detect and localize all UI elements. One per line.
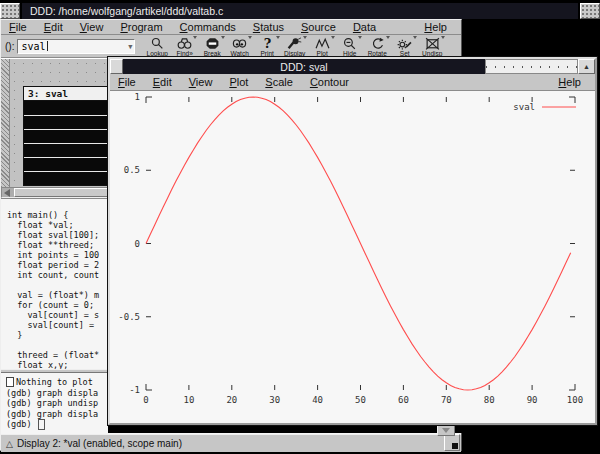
dropdown-triangle-icon bbox=[331, 36, 335, 39]
axis-tick-label: 100 bbox=[567, 395, 583, 405]
menu-item-file[interactable]: File bbox=[9, 21, 27, 33]
tool-button-label: Lookup bbox=[147, 50, 168, 57]
menu-item-program[interactable]: Program bbox=[120, 21, 162, 33]
menu-item-scale[interactable]: Scale bbox=[265, 76, 293, 88]
axis-tick-label: 0 bbox=[143, 395, 148, 405]
tool-button-label: Rotate bbox=[368, 50, 387, 57]
sine-plot: 010203040506070809010010.50-0.5-1sval bbox=[110, 91, 595, 423]
menu-item-data[interactable]: Data bbox=[353, 21, 376, 33]
argument-value: sval bbox=[21, 41, 45, 52]
menu-item-plot[interactable]: Plot bbox=[229, 76, 248, 88]
axis-tick-label: -1 bbox=[129, 385, 140, 395]
tool-button-watch[interactable]: Watch bbox=[226, 36, 254, 57]
plot-menubar: FileEditViewPlotScaleContourHelp bbox=[110, 74, 595, 91]
dropdown-triangle-icon bbox=[358, 36, 362, 39]
dropdown-triangle-icon bbox=[248, 36, 252, 39]
eyes-icon bbox=[232, 37, 247, 50]
magnifier-minus-icon bbox=[342, 37, 357, 50]
plot-canvas[interactable]: 010203040506070809010010.50-0.5-1sval bbox=[110, 91, 595, 423]
tool-button-label: Print bbox=[261, 50, 274, 57]
argument-input[interactable]: sval ▼ bbox=[17, 39, 135, 54]
tool-button-label: Break bbox=[204, 50, 221, 57]
resize-grip[interactable] bbox=[444, 434, 460, 451]
axis-tick-label: 40 bbox=[312, 395, 323, 405]
tool-button-set[interactable]: Set bbox=[391, 36, 419, 57]
dropdown-triangle-icon bbox=[386, 36, 390, 39]
axis-tick-label: 50 bbox=[355, 395, 366, 405]
axis-tick-label: 0.5 bbox=[124, 165, 140, 175]
axis-tick-label: 10 bbox=[183, 395, 194, 405]
sine-curve bbox=[146, 97, 571, 390]
message-icon bbox=[6, 377, 14, 387]
tool-button-label: Undisp bbox=[422, 50, 442, 57]
menu-item-status[interactable]: Status bbox=[253, 21, 284, 33]
menu-item-contour[interactable]: Contour bbox=[310, 76, 349, 88]
axis-tick-label: -0.5 bbox=[118, 312, 140, 322]
tool-button-plot[interactable]: Plot bbox=[308, 36, 336, 57]
scroll-down-button[interactable] bbox=[437, 424, 455, 436]
menu-item-view[interactable]: View bbox=[189, 76, 213, 88]
menu-item-help[interactable]: Help bbox=[424, 21, 447, 33]
scroll-down-icon bbox=[442, 428, 450, 433]
axis-tick-label: 60 bbox=[398, 395, 409, 405]
status-triangle-icon[interactable]: △ bbox=[6, 439, 13, 449]
axis-tick-label: 90 bbox=[527, 395, 538, 405]
axis-tick-label: 20 bbox=[226, 395, 237, 405]
plot-window-menu-button[interactable] bbox=[110, 59, 123, 74]
main-menubar: FileEditViewProgramCommandsStatusSourceD… bbox=[1, 20, 461, 35]
window-resize-button[interactable] bbox=[580, 3, 600, 19]
tool-button-print[interactable]: ?Print bbox=[253, 36, 281, 57]
menu-item-file[interactable]: File bbox=[118, 76, 136, 88]
binoculars-icon bbox=[177, 37, 192, 50]
tool-button-label: Set bbox=[400, 50, 410, 57]
rotate-arrow-icon bbox=[370, 37, 385, 50]
tool-button-break[interactable]: Break bbox=[198, 36, 226, 57]
magnifier-icon bbox=[150, 37, 165, 50]
main-window-title: DDD: /home/wolfgang/artikel/ddd/valtab.c bbox=[22, 3, 578, 19]
axis-tick-label: 80 bbox=[484, 395, 495, 405]
window-menu-button[interactable] bbox=[0, 3, 20, 19]
tool-button-label: Find» bbox=[177, 50, 193, 57]
status-message: Display 2: *val (enabled, scope main) bbox=[17, 438, 182, 449]
axis-tick-label: 30 bbox=[269, 395, 280, 405]
toolbar: (): sval ▼ LookupFind»BreakWatch?PrintDi… bbox=[1, 35, 461, 58]
dropdown-triangle-icon bbox=[276, 36, 280, 39]
tool-button-label: Hide bbox=[343, 50, 356, 57]
plot-window-titlebar[interactable]: DDD: sval ▲ bbox=[110, 59, 595, 74]
tool-button-label: Watch bbox=[231, 50, 249, 57]
menu-item-edit[interactable]: Edit bbox=[153, 76, 172, 88]
dropdown-triangle-icon bbox=[413, 36, 417, 39]
combo-dropdown-icon[interactable]: ▼ bbox=[128, 43, 132, 51]
svg-text:?: ? bbox=[263, 37, 271, 50]
scroll-left-icon[interactable] bbox=[4, 189, 10, 197]
menu-item-view[interactable]: View bbox=[80, 21, 104, 33]
tool-button-find[interactable]: Find» bbox=[171, 36, 199, 57]
data-vertical-scrollbar[interactable] bbox=[1, 59, 10, 187]
plot-window-iconify-button[interactable]: ▲ bbox=[578, 59, 595, 74]
dropdown-triangle-icon bbox=[193, 36, 197, 39]
dropdown-triangle-icon bbox=[221, 36, 225, 39]
line-chart-icon bbox=[315, 37, 330, 50]
dropdown-triangle-icon bbox=[303, 36, 307, 39]
tool-button-hide[interactable]: Hide bbox=[336, 36, 364, 57]
axis-tick-label: 0 bbox=[135, 239, 140, 249]
plot-window-title: DDD: sval bbox=[123, 59, 485, 74]
tool-button-display[interactable]: Display bbox=[281, 36, 309, 57]
titlebar-focus-stripe bbox=[485, 59, 578, 74]
argument-label: (): bbox=[5, 41, 14, 52]
tool-button-label: Display bbox=[284, 50, 305, 57]
text-caret bbox=[47, 41, 48, 51]
tool-button-lookup[interactable]: Lookup bbox=[143, 36, 171, 57]
gear-pencil-icon bbox=[397, 37, 412, 50]
tool-button-rotate[interactable]: Rotate bbox=[363, 36, 391, 57]
stop-sign-icon bbox=[205, 37, 220, 50]
main-window-titlebar[interactable]: DDD: /home/wolfgang/artikel/ddd/valtab.c bbox=[0, 3, 600, 19]
crossed-display-icon bbox=[425, 37, 440, 50]
menu-item-source[interactable]: Source bbox=[301, 21, 336, 33]
menu-item-commands[interactable]: Commands bbox=[180, 21, 236, 33]
menu-item-help[interactable]: Help bbox=[558, 76, 581, 88]
tool-button-undisp[interactable]: Undisp bbox=[418, 36, 446, 57]
menu-item-edit[interactable]: Edit bbox=[44, 21, 63, 33]
tool-button-label: Plot bbox=[317, 50, 328, 57]
dropdown-triangle-icon bbox=[441, 36, 445, 39]
